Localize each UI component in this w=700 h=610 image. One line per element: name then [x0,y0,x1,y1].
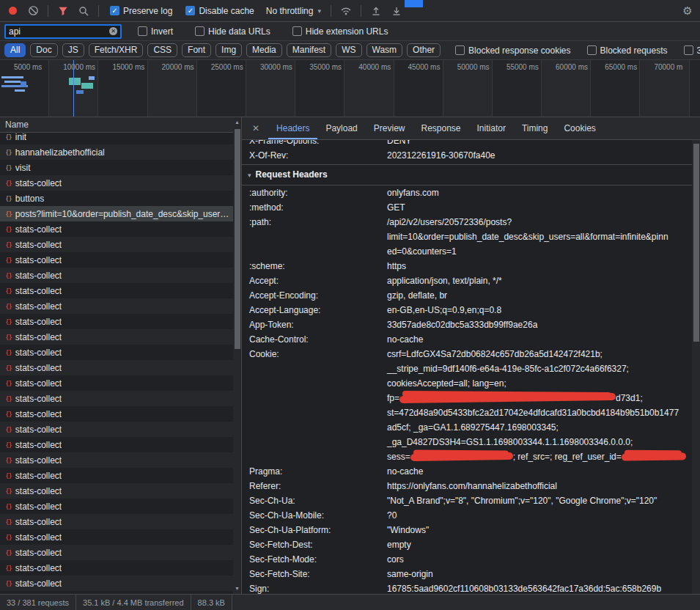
search-icon [78,6,89,16]
request-row[interactable]: {}stats-collect [0,298,241,314]
request-row[interactable]: {}visit [0,160,241,175]
request-row[interactable]: {}stats-collect [0,329,241,345]
tab-payload[interactable]: Payload [317,117,365,139]
filter-chip-media[interactable]: Media [246,43,282,57]
invert-toggle[interactable]: Invert [138,26,173,37]
request-type-icon: {} [5,565,12,572]
request-row[interactable]: {}stats-collect [0,375,241,391]
filter-button[interactable] [54,2,73,20]
header-row: Accept-Language:en-GB,en-US;q=0.9,en;q=0… [242,303,692,317]
filter-chip-css[interactable]: CSS [147,43,177,57]
scroll-down-icon[interactable]: ▼ [233,584,241,593]
filter-chip-font[interactable]: Font [182,43,211,57]
request-type-icon: {} [5,518,12,526]
search-button[interactable] [74,2,93,20]
name-column-header[interactable]: Name [0,117,241,133]
request-row[interactable]: {}stats-collect [0,560,241,576]
filter-chip-img[interactable]: Img [215,43,242,57]
header-row: :authority:onlyfans.com [242,185,692,200]
request-row[interactable]: {}posts?limit=10&order=publish_date_desc… [0,206,241,221]
request-row[interactable]: {}stats-collect [0,406,241,422]
request-type-icon: {} [5,534,12,541]
close-details-button[interactable]: ✕ [242,123,268,133]
filter-input-wrap: ✕ [4,24,122,39]
request-row[interactable]: {}stats-collect [0,268,241,283]
request-row[interactable]: {}stats-collect [0,283,241,298]
tab-preview[interactable]: Preview [366,117,413,139]
filter-chip-other[interactable]: Other [407,43,441,57]
clear-filter-icon[interactable]: ✕ [109,27,117,35]
request-row[interactable]: {}stats-collect [0,514,241,529]
blocked-requests-toggle[interactable]: Blocked requests [587,45,668,56]
settings-button[interactable]: ⚙ [678,2,697,20]
request-type-icon: {} [5,318,12,326]
request-row[interactable]: {}hannahelizabethofficial [0,144,241,160]
header-row: App-Token:33d57ade8c02dbc5a333db99ff9ae2… [242,317,692,332]
preserve-log-toggle[interactable]: ✓ Preserve log [110,6,172,16]
tab-response[interactable]: Response [413,117,468,139]
import-har-button[interactable] [366,2,386,20]
request-row[interactable]: {}stats-collect [0,237,241,252]
third-party-requests-toggle[interactable]: 3rd-party requests [684,45,700,56]
throttling-select[interactable]: No throttling ▾ [266,6,321,16]
request-row[interactable]: {}buttons [0,191,241,206]
request-row[interactable]: {}stats-collect [0,391,241,406]
request-row[interactable]: {}stats-collect [0,422,241,437]
filter-chip-wasm[interactable]: Wasm [366,43,403,57]
request-row[interactable]: {}stats-collect [0,499,241,514]
request-row[interactable]: {}stats-collect [0,252,241,268]
filter-chip-fetch-xhr[interactable]: Fetch/XHR [89,43,144,57]
scrollbar-thumb[interactable] [693,144,699,342]
header-row: Cache-Control:no-cache [242,332,692,347]
request-row[interactable]: {}init [0,133,241,144]
filter-input[interactable] [9,26,109,37]
timeline-overview[interactable]: 5000 ms10000 ms15000 ms20000 ms25000 ms3… [0,60,700,117]
request-row[interactable]: {}stats-collect [0,576,241,591]
scrollbar-thumb[interactable] [235,129,240,349]
response-headers-partial: X-Frame-Options:DENYX-Of-Rev:20231226191… [242,140,692,165]
blue-highlight-artifact [405,0,423,7]
hide-data-urls-toggle[interactable]: Hide data URLs [195,26,270,37]
filter-chip-manifest[interactable]: Manifest [287,43,331,57]
request-headers-section[interactable]: ▾Request Headers [242,165,692,185]
request-type-icon: {} [5,334,12,341]
request-type-icon: {} [5,133,12,141]
record-button[interactable] [3,2,22,20]
toolbar-divider [48,5,48,17]
disable-cache-toggle[interactable]: ✓ Disable cache [185,6,254,16]
tab-timing[interactable]: Timing [514,117,556,139]
header-value: https [387,259,692,273]
request-row[interactable]: {}stats-collect [0,437,241,452]
hide-extension-urls-toggle[interactable]: Hide extension URLs [292,26,388,37]
request-type-icon: {} [5,287,12,295]
request-type-icon: {} [5,364,12,372]
request-row[interactable]: {}stats-collect [0,221,241,237]
request-row[interactable]: {}stats-collect [0,545,241,560]
request-row[interactable]: {}stats-collect [0,483,241,499]
blocked-response-cookies-toggle[interactable]: Blocked response cookies [455,45,570,56]
request-row[interactable]: {}stats-collect [0,360,241,375]
filter-chip-doc[interactable]: Doc [30,43,57,57]
request-name: stats-collect [15,301,62,312]
header-value-line: 202312261916-30670fa40e [387,148,692,163]
request-row[interactable]: {}stats-collect [0,175,241,191]
export-har-button[interactable] [387,2,406,20]
request-row[interactable]: {}stats-collect [0,529,241,545]
network-conditions-button[interactable] [336,2,355,20]
tab-initiator[interactable]: Initiator [469,117,514,139]
filter-chip-js[interactable]: JS [62,43,84,57]
request-row[interactable]: {}stats-collect [0,468,241,483]
tab-headers[interactable]: Headers [268,117,317,139]
request-row[interactable]: {}stats-collect [0,591,241,594]
clear-button[interactable] [23,2,43,20]
filter-chip-all[interactable]: All [4,43,26,57]
request-row[interactable]: {}stats-collect [0,345,241,360]
tab-cookies[interactable]: Cookies [556,117,603,139]
main-split: Name {}init{}hannahelizabethofficial{}vi… [0,117,700,594]
request-row[interactable]: {}stats-collect [0,314,241,329]
network-activity-mark [89,76,95,80]
scroll-up-icon[interactable]: ▲ [233,118,241,127]
request-row[interactable]: {}stats-collect [0,452,241,468]
filter-chip-ws[interactable]: WS [336,43,361,57]
request-type-icon: {} [5,164,12,172]
